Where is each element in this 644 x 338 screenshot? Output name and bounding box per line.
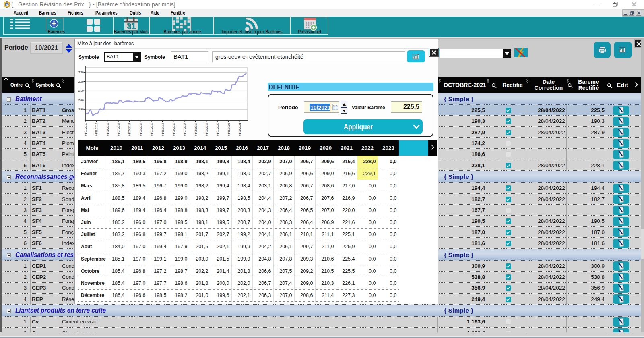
svg-text:01/07/2017: 01/07/2017 [183,123,186,136]
svg-text:200: 200 [78,98,84,102]
svg-text:210: 210 [78,89,84,93]
svg-text:01/09/2016: 01/09/2016 [172,123,175,136]
svg-text:01/11/2015: 01/11/2015 [161,123,164,136]
svg-text:W: W [6,3,8,6]
svg-text:01/05/2018: 01/05/2018 [194,123,197,136]
svg-text:01/01/2010: 01/01/2010 [84,123,87,136]
svg-text:01/09/2021: 01/09/2021 [238,123,241,136]
svg-text:01/09/2011: 01/09/2011 [106,123,109,136]
svg-text:01/07/2012: 01/07/2012 [117,123,120,136]
svg-text:230: 230 [78,71,84,74]
svg-text:190: 190 [78,108,84,111]
svg-text:01/01/2020: 01/01/2020 [216,123,219,136]
svg-text:220: 220 [78,80,84,83]
svg-text:01/01/2015: 01/01/2015 [150,123,153,136]
svg-text:01/03/2019: 01/03/2019 [205,123,208,136]
svg-text:01/05/2013: 01/05/2013 [128,123,131,136]
svg-text:01/03/2014: 01/03/2014 [139,123,142,136]
svg-text:01/11/2010: 01/11/2010 [95,123,98,136]
svg-text:01/11/2020: 01/11/2020 [227,123,230,136]
